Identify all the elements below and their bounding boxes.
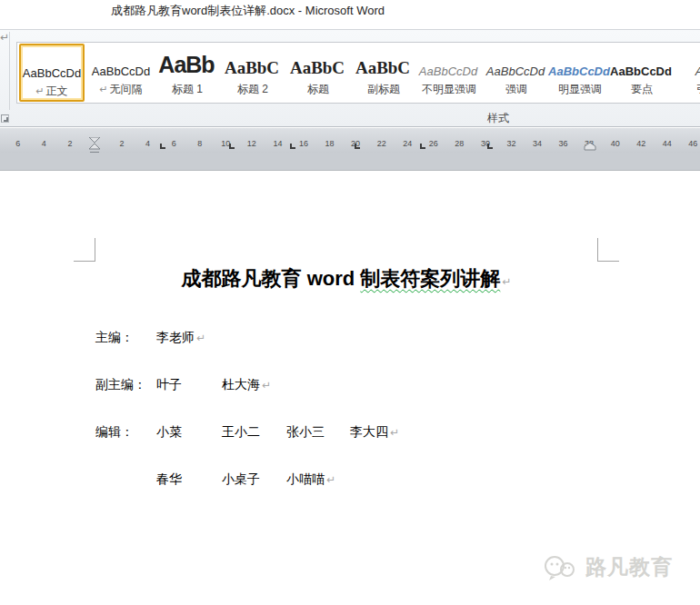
ruler-number: 42	[636, 138, 645, 149]
style-name: 标题 1	[172, 82, 203, 97]
style-label: 标题 1	[154, 80, 219, 98]
style-label: ↵ 正文	[21, 82, 83, 100]
style-label: 强调	[483, 80, 548, 98]
luofan-wechat-logo-icon	[540, 550, 580, 583]
ruler-number: 36	[559, 138, 568, 149]
style-sample-text: AaBbCcDd	[608, 44, 674, 80]
styles-gallery: AaBbCcDd ↵ 正文 AaBbCcDd ↵ 无间隔 AaBb 标题 1 A…	[16, 42, 700, 104]
paragraph-mark: ↵	[390, 426, 399, 439]
ruler-number: 12	[247, 138, 256, 149]
ruler-number: 2	[120, 138, 125, 149]
ruler-number: 6	[172, 138, 176, 149]
style-name: 强调	[505, 82, 527, 97]
style-sample-text: AaBbC	[285, 44, 350, 80]
style-item[interactable]: AaBbCcDd 不明显强调	[415, 44, 481, 102]
doc-row-name: 小喵喵↵	[286, 471, 335, 487]
style-item[interactable]: AaBbC 标题 2	[219, 44, 285, 102]
doc-row-label: 编辑：	[95, 424, 134, 439]
tab-stop-marker[interactable]	[487, 144, 493, 149]
doc-row-name: 春华	[156, 471, 182, 486]
ruler-number: 34	[533, 138, 542, 149]
ruler-number: 46	[688, 138, 697, 149]
indent-marker[interactable]	[88, 137, 101, 152]
paragraph-mark: ↵	[326, 473, 335, 486]
doc-row-name: 杜大海↵	[222, 377, 271, 392]
style-sample-text: AaBbC	[350, 44, 415, 80]
style-item[interactable]: AaBbCcDd 强调	[483, 44, 548, 102]
doc-row-name: 张小三	[286, 424, 325, 439]
style-label: 引用	[674, 80, 700, 98]
paragraph-style-icon: ↵	[35, 85, 44, 97]
style-name: 明显强调	[558, 82, 602, 97]
style-label: 标题	[285, 80, 350, 98]
ruler-number: 6	[15, 138, 20, 149]
style-label: 不明显强调	[415, 80, 481, 98]
paragraph-mark: ↵	[502, 275, 511, 288]
style-name: 无间隔	[110, 82, 143, 97]
ribbon-group-separator	[9, 32, 10, 110]
ruler-number: 4	[145, 138, 150, 149]
style-item[interactable]: AaBbCcDd ↵ 正文	[19, 44, 85, 102]
style-item[interactable]: AaB 引用	[674, 44, 700, 102]
style-item[interactable]: AaBb 标题 1	[154, 44, 219, 102]
window-title: 成都路凡教育word制表位详解.docx - Microsoft Word	[111, 3, 385, 19]
ruler-number: 44	[663, 138, 672, 149]
document-background	[0, 153, 700, 171]
ruler-number: 18	[325, 138, 335, 149]
style-sample-text: AaBbCcDd	[88, 44, 154, 80]
style-item[interactable]: AaBbC 副标题	[350, 44, 415, 102]
title-bar: 成都路凡教育word制表位详解.docx - Microsoft Word	[0, 0, 700, 30]
style-name: 引用	[696, 82, 700, 97]
style-item[interactable]: AaBbCcDd ↵ 无间隔	[88, 44, 154, 102]
ruler-number: 32	[506, 138, 515, 149]
style-label: 要点	[608, 80, 674, 98]
ruler-number: 16	[299, 138, 308, 149]
style-item[interactable]: AaBbC 标题	[285, 44, 350, 102]
style-label: 明显强调	[546, 80, 612, 98]
style-sample-text: AaBbCcDd	[483, 44, 548, 80]
style-sample-text: AaBbCcDd	[415, 44, 481, 80]
style-item[interactable]: AaBbCcDd 明显强调	[546, 44, 612, 102]
tab-stop-marker[interactable]	[355, 144, 360, 149]
ribbon-styles-group: ↵ AaBbCcDd ↵ 正文 AaBbCcDd ↵ 无间隔 AaBb 标题 1…	[0, 30, 700, 127]
ruler-number: 4	[42, 138, 46, 149]
doc-row-name: 叶子	[156, 377, 182, 392]
document-title: 成都路凡教育 word 制表符案列讲解↵	[95, 265, 597, 293]
paragraph-style-icon: ↵	[99, 84, 107, 95]
styles-group-label: 样式	[453, 111, 544, 126]
dialog-launcher-button[interactable]	[1, 114, 9, 123]
style-label: 副标题	[350, 80, 415, 98]
style-name: 标题 2	[237, 82, 268, 97]
tab-stop-marker[interactable]	[290, 144, 295, 149]
doc-row-label: 主编：	[95, 330, 134, 344]
doc-row-name: 小菜	[156, 424, 182, 439]
right-indent-marker[interactable]	[584, 142, 596, 151]
ruler-number: 8	[197, 138, 202, 149]
margin-crop-mark-left	[74, 238, 95, 262]
ruler-number: 28	[455, 138, 464, 149]
style-item[interactable]: AaBbCcDd 要点	[608, 44, 674, 102]
paragraph-mark: ↵	[262, 379, 271, 392]
style-name: 标题	[307, 82, 329, 97]
doc-row-name: 李大四↵	[350, 424, 399, 440]
style-name: 要点	[631, 82, 653, 97]
grammar-underlined-text: 制表符案列讲解	[360, 267, 500, 290]
style-sample-text: AaB	[674, 44, 700, 80]
ruler-number: 22	[377, 138, 386, 149]
word-window: { "window": { "title": "成都路凡教育word制表位详解.…	[0, 0, 700, 605]
style-label: 标题 2	[219, 80, 285, 98]
document-title-prefix: 成都路凡教育 word	[182, 267, 361, 290]
style-name: 正文	[46, 84, 68, 99]
doc-row-name: 王小二	[222, 424, 260, 439]
ruler-number: 2	[67, 138, 72, 149]
tab-stop-marker[interactable]	[420, 144, 425, 149]
tab-stop-marker[interactable]	[229, 144, 235, 149]
style-sample-text: AaBbC	[219, 44, 285, 80]
ruler-number: 14	[273, 138, 282, 149]
ruler-number: 24	[403, 138, 412, 149]
margin-crop-mark-right	[597, 238, 619, 262]
style-sample-text: AaBbCcDd	[546, 44, 612, 80]
doc-row-name: 小桌子	[222, 471, 260, 486]
paragraph-mark: ↵	[196, 332, 205, 344]
tab-stop-marker[interactable]	[160, 144, 165, 149]
